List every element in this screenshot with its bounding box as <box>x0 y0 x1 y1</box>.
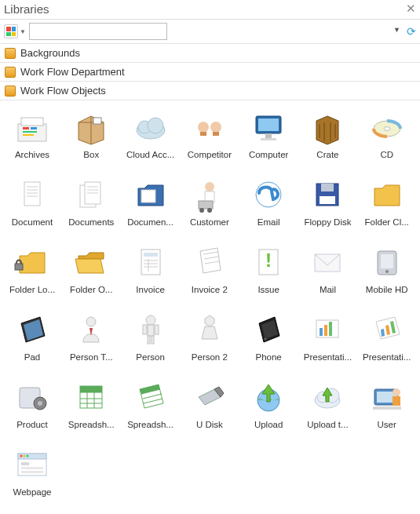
issue-icon <box>248 242 289 283</box>
library-item-uploadcloud[interactable]: Upload t... <box>298 377 356 443</box>
person-icon <box>130 309 171 350</box>
library-item-competitor[interactable]: Competitor <box>181 107 239 173</box>
item-label: Computer <box>249 150 289 159</box>
item-label: Floppy Disk <box>304 217 351 227</box>
competitor-icon <box>189 107 230 148</box>
library-item-doc[interactable]: Document <box>3 174 61 240</box>
invoice-icon <box>130 242 171 283</box>
close-icon[interactable]: ✕ <box>406 2 416 16</box>
library-item-present2[interactable]: Presentati... <box>358 309 416 375</box>
item-label: Presentati... <box>363 352 411 362</box>
uploadcloud-icon <box>307 377 348 417</box>
refresh-icon[interactable]: ⟳ <box>407 25 416 38</box>
library-item-present1[interactable]: Presentati... <box>298 309 356 375</box>
item-label: CD <box>380 150 393 159</box>
pad-icon <box>12 309 53 350</box>
library-item-person[interactable]: Person <box>122 309 180 375</box>
library-item-udisk[interactable]: U Disk <box>181 377 239 443</box>
item-label: Documen... <box>127 217 173 227</box>
item-label: Person 2 <box>192 352 228 362</box>
panel-title-bar: Libraries ✕ <box>0 0 420 20</box>
library-item-customer[interactable]: Customer <box>181 174 239 240</box>
item-label: Product <box>16 420 48 429</box>
item-label: Issue <box>257 285 279 294</box>
crate-icon <box>307 107 348 148</box>
present1-icon <box>307 309 348 350</box>
library-item-invoice2[interactable]: Invoice 2 <box>181 242 239 308</box>
item-label: Person <box>136 352 164 362</box>
user-icon <box>367 377 407 417</box>
library-item-box[interactable]: Box <box>62 107 120 173</box>
search-row: ▼ ▼ ⟳ <box>0 20 420 44</box>
library-item-folderopen[interactable]: Folder O... <box>62 242 120 308</box>
item-label: Document <box>12 217 53 227</box>
library-item-user[interactable]: User <box>358 377 416 443</box>
category-header[interactable]: Work Flow Objects <box>0 82 420 100</box>
computer-icon <box>248 107 289 148</box>
library-item-persont[interactable]: Person T... <box>62 309 120 375</box>
library-item-person2[interactable]: Person 2 <box>181 309 239 375</box>
folder-icon <box>5 86 16 97</box>
chevron-down-icon[interactable]: ▼ <box>20 28 26 35</box>
library-item-cd[interactable]: CD <box>358 107 416 173</box>
spread1-icon <box>71 377 111 417</box>
folder-icon <box>5 67 16 78</box>
library-item-cloud[interactable]: Cloud Acc... <box>122 107 180 173</box>
library-item-upload[interactable]: Upload <box>239 377 298 443</box>
box-icon <box>71 107 111 148</box>
mail-icon <box>307 242 348 283</box>
library-item-floppy[interactable]: Floppy Disk <box>298 174 356 240</box>
library-item-issue[interactable]: Issue <box>239 242 298 308</box>
library-item-docfolder[interactable]: Documen... <box>122 174 180 240</box>
cd-icon <box>367 107 407 148</box>
spread2-icon <box>130 377 171 417</box>
item-label: Mobile HD <box>366 285 408 294</box>
item-label: Documents <box>68 217 114 227</box>
docfolder-icon <box>130 174 171 215</box>
category-label: Work Flow Objects <box>20 85 106 97</box>
library-item-archives[interactable]: Archives <box>3 107 61 173</box>
dropdown-icon[interactable]: ▼ <box>393 26 400 34</box>
archives-icon <box>12 107 53 148</box>
item-label: Upload <box>254 420 283 429</box>
item-label: Competitor <box>188 150 232 159</box>
library-item-phone[interactable]: Phone <box>239 309 298 375</box>
library-item-computer[interactable]: Computer <box>239 107 298 173</box>
item-label: Box <box>83 150 99 159</box>
library-item-email[interactable]: Email <box>239 174 298 240</box>
library-item-docs[interactable]: Documents <box>62 174 120 240</box>
folderclosed-icon <box>367 174 407 215</box>
search-input[interactable] <box>29 23 167 40</box>
category-label: Backgrounds <box>20 47 80 59</box>
library-item-crate[interactable]: Crate <box>298 107 356 173</box>
library-item-spread1[interactable]: Spreadsh... <box>62 377 120 443</box>
item-label: Mail <box>320 285 336 294</box>
persont-icon <box>71 309 111 350</box>
item-label: User <box>378 420 396 429</box>
category-header[interactable]: Backgrounds <box>0 44 420 63</box>
library-item-invoice[interactable]: Invoice <box>122 242 180 308</box>
library-item-folderlocked[interactable]: Folder Lo... <box>3 242 61 308</box>
item-label: Folder Lo... <box>9 285 55 294</box>
panel-title: Libraries <box>4 2 49 16</box>
customer-icon <box>189 174 230 215</box>
library-item-product[interactable]: Product <box>3 377 61 443</box>
library-item-webpage[interactable]: Webpage <box>3 444 61 510</box>
category-header[interactable]: Work Flow Department <box>0 63 420 82</box>
library-item-mail[interactable]: Mail <box>298 242 356 308</box>
email-icon <box>248 174 289 215</box>
palette-button[interactable] <box>4 24 18 38</box>
folderopen-icon <box>71 242 111 283</box>
webpage-icon <box>12 444 53 485</box>
library-item-pad[interactable]: Pad <box>3 309 61 375</box>
item-label: Crate <box>316 150 338 159</box>
library-item-folderclosed[interactable]: Folder Cl... <box>358 174 416 240</box>
item-label: Invoice <box>136 285 164 294</box>
doc-icon <box>12 174 53 215</box>
icon-grid: ArchivesBoxCloud Acc...CompetitorCompute… <box>0 100 420 510</box>
item-label: Archives <box>15 150 49 159</box>
product-icon <box>12 377 53 417</box>
item-label: Email <box>257 217 280 227</box>
library-item-mobilehd[interactable]: Mobile HD <box>358 242 416 308</box>
library-item-spread2[interactable]: Spreadsh... <box>122 377 180 443</box>
